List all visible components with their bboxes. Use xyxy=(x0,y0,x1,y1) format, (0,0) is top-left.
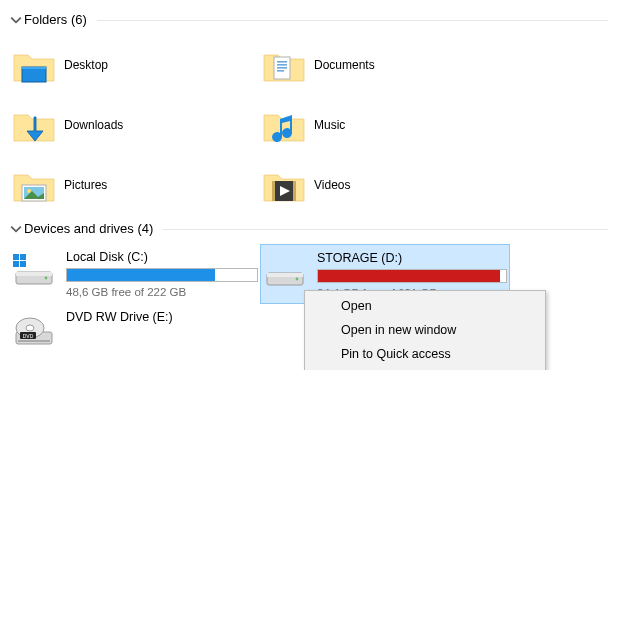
folder-item-desktop[interactable]: Desktop xyxy=(10,35,260,95)
svg-rect-0 xyxy=(22,67,46,82)
folders-container: Desktop Documents Downloads Music Pictur… xyxy=(10,35,608,215)
folder-label: Desktop xyxy=(64,58,108,72)
drive-label: STORAGE (D:) xyxy=(317,251,507,265)
svg-point-19 xyxy=(45,277,48,280)
svg-rect-3 xyxy=(277,61,287,63)
context-menu-item[interactable]: Open in new window xyxy=(305,318,545,342)
context-menu-label: Pin to Quick access xyxy=(341,347,535,361)
folder-item-videos[interactable]: Videos xyxy=(260,155,510,215)
blank-icon xyxy=(315,297,333,315)
context-menu-item[interactable]: Open AutoPlay... xyxy=(305,366,545,370)
separator xyxy=(163,229,608,230)
svg-rect-14 xyxy=(20,254,26,260)
svg-rect-4 xyxy=(277,64,287,66)
svg-rect-6 xyxy=(277,70,284,72)
folder-label: Videos xyxy=(314,178,350,192)
hard-drive-icon xyxy=(263,251,307,291)
videos-folder-icon xyxy=(262,163,306,207)
chevron-down-icon xyxy=(10,14,22,26)
svg-rect-21 xyxy=(267,273,303,277)
chevron-down-icon xyxy=(10,223,22,235)
folders-group-header[interactable]: Folders (6) xyxy=(10,12,608,27)
blank-icon xyxy=(315,321,333,339)
folder-item-downloads[interactable]: Downloads xyxy=(10,95,260,155)
dvd-drive-icon: DVD xyxy=(12,310,56,350)
drive-item[interactable]: DVD DVD RW Drive (E:) xyxy=(10,304,260,364)
context-menu-item[interactable]: Pin to Quick access xyxy=(305,342,545,366)
svg-point-22 xyxy=(296,278,299,281)
context-menu-item[interactable]: Open xyxy=(305,294,545,318)
svg-rect-1 xyxy=(22,67,46,69)
hard-drive-icon xyxy=(12,250,56,290)
drive-body: DVD RW Drive (E:) xyxy=(66,310,258,324)
svg-rect-12 xyxy=(293,181,296,201)
folder-label: Pictures xyxy=(64,178,107,192)
context-menu: OpenOpen in new windowPin to Quick acces… xyxy=(304,290,546,370)
folder-label: Documents xyxy=(314,58,375,72)
drive-usage-bar xyxy=(66,268,258,282)
documents-folder-icon xyxy=(262,43,306,87)
svg-rect-16 xyxy=(20,261,26,267)
music-folder-icon xyxy=(262,103,306,147)
context-menu-label: Open in new window xyxy=(341,323,535,337)
drive-label: Local Disk (C:) xyxy=(66,250,258,264)
folder-item-pictures[interactable]: Pictures xyxy=(10,155,260,215)
drive-body: Local Disk (C:)48,6 GB free of 222 GB xyxy=(66,250,258,298)
downloads-folder-icon xyxy=(12,103,56,147)
drive-free-space: 48,6 GB free of 222 GB xyxy=(66,286,258,298)
context-menu-label: Open xyxy=(341,299,535,313)
svg-rect-11 xyxy=(272,181,275,201)
svg-rect-24 xyxy=(18,340,50,342)
svg-rect-15 xyxy=(13,261,19,267)
folder-item-music[interactable]: Music xyxy=(260,95,510,155)
folder-item-documents[interactable]: Documents xyxy=(260,35,510,95)
svg-point-9 xyxy=(27,189,31,193)
svg-rect-13 xyxy=(13,254,19,260)
svg-text:DVD: DVD xyxy=(23,333,34,339)
drive-usage-bar xyxy=(317,269,507,283)
blank-icon xyxy=(315,369,333,370)
drives-group-header[interactable]: Devices and drives (4) xyxy=(10,221,608,236)
pictures-folder-icon xyxy=(12,163,56,207)
desktop-folder-icon xyxy=(12,43,56,87)
drive-label: DVD RW Drive (E:) xyxy=(66,310,258,324)
svg-rect-18 xyxy=(16,272,52,276)
drives-group-title: Devices and drives (4) xyxy=(24,221,153,236)
folder-label: Downloads xyxy=(64,118,123,132)
blank-icon xyxy=(315,345,333,363)
svg-rect-5 xyxy=(277,67,287,69)
separator xyxy=(97,20,608,21)
folders-group-title: Folders (6) xyxy=(24,12,87,27)
drive-item[interactable]: Local Disk (C:)48,6 GB free of 222 GB xyxy=(10,244,260,304)
svg-point-26 xyxy=(26,325,34,331)
folder-label: Music xyxy=(314,118,345,132)
